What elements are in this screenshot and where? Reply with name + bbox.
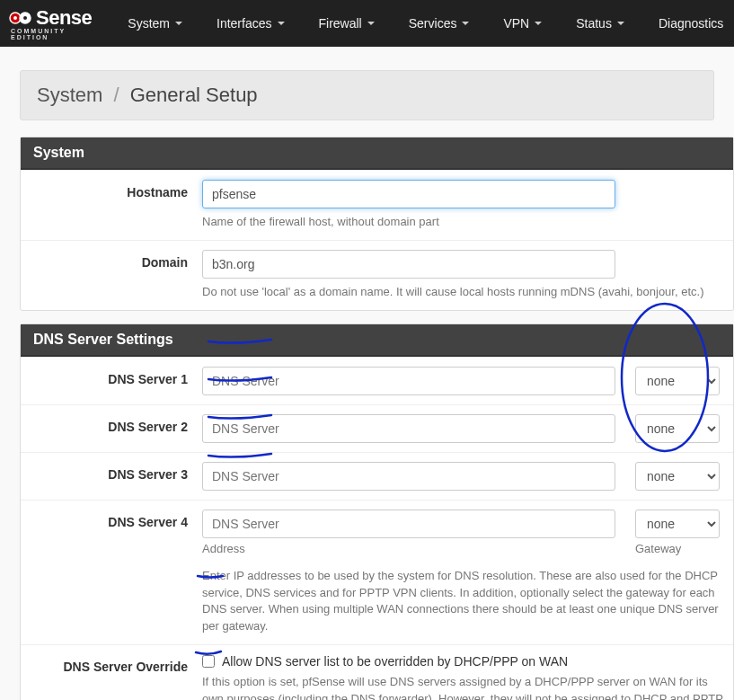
dns-override-help: If this option is set, pfSense will use … <box>202 674 724 700</box>
hostname-label: Hostname <box>21 180 200 199</box>
caret-icon <box>617 22 624 25</box>
nav-system[interactable]: System <box>113 9 197 38</box>
row-dns3: DNS Server 3 none <box>21 452 733 500</box>
breadcrumb-root[interactable]: System <box>37 84 102 106</box>
caret-icon <box>535 22 542 25</box>
dns-override-checkbox[interactable] <box>202 655 215 668</box>
row-dns4: DNS Server 4 none Address Gateway Enter … <box>21 500 733 644</box>
pfsense-logo-icon <box>9 10 34 26</box>
row-dns-override: DNS Server Override Allow DNS server lis… <box>21 644 733 700</box>
row-domain: Domain Do not use 'local' as a domain na… <box>21 240 733 310</box>
dns3-label: DNS Server 3 <box>21 462 200 482</box>
breadcrumb-current: General Setup <box>130 84 258 106</box>
panel-system-title: System <box>21 137 733 170</box>
panel-dns: DNS Server Settings DNS Server 1 none DN… <box>20 323 734 700</box>
hostname-help: Name of the firewall host, without domai… <box>202 214 724 231</box>
dns4-label: DNS Server 4 <box>21 509 200 529</box>
domain-help: Do not use 'local' as a domain name. It … <box>202 284 724 301</box>
svg-point-1 <box>13 16 17 20</box>
dns3-gateway[interactable]: none <box>635 462 720 491</box>
breadcrumb: System / General Setup <box>20 70 714 120</box>
nav-items: System Interfaces Firewall Services VPN … <box>113 9 734 38</box>
top-navbar: Sense COMMUNITY EDITION System Interface… <box>0 0 734 47</box>
dns3-input[interactable] <box>202 462 615 491</box>
row-dns2: DNS Server 2 none <box>21 404 733 452</box>
domain-input[interactable] <box>202 250 615 279</box>
row-hostname: Hostname Name of the firewall host, with… <box>21 170 733 240</box>
nav-interfaces[interactable]: Interfaces <box>202 9 298 38</box>
hostname-input[interactable] <box>202 180 615 208</box>
dns-col-gateway: Gateway <box>635 542 720 555</box>
domain-label: Domain <box>21 250 200 270</box>
svg-point-3 <box>23 16 27 20</box>
dns-col-address: Address <box>202 542 615 555</box>
dns2-label: DNS Server 2 <box>21 414 200 434</box>
breadcrumb-separator: / <box>113 84 119 106</box>
dns2-input[interactable] <box>202 414 615 443</box>
nav-firewall[interactable]: Firewall <box>305 9 389 38</box>
dns1-gateway[interactable]: none <box>635 367 720 395</box>
nav-status[interactable]: Status <box>562 9 639 38</box>
panel-system: System Hostname Name of the firewall hos… <box>20 137 734 311</box>
nav-diagnostics[interactable]: Diagnostics <box>644 9 734 38</box>
dns1-label: DNS Server 1 <box>21 367 200 386</box>
dns-help: Enter IP addresses to be used by the sys… <box>202 568 724 635</box>
dns-override-label: DNS Server Override <box>21 654 200 674</box>
dns-override-chk-label: Allow DNS server list to be overridden b… <box>222 654 568 669</box>
caret-icon <box>367 22 375 25</box>
caret-icon <box>278 22 285 25</box>
nav-services[interactable]: Services <box>394 9 484 38</box>
row-dns1: DNS Server 1 none <box>21 357 733 404</box>
nav-vpn[interactable]: VPN <box>489 9 556 38</box>
dns1-input[interactable] <box>202 367 615 395</box>
dns4-gateway[interactable]: none <box>635 509 720 538</box>
logo-subtitle: COMMUNITY EDITION <box>11 28 92 40</box>
logo[interactable]: Sense COMMUNITY EDITION <box>9 6 92 40</box>
caret-icon <box>175 22 182 25</box>
dns2-gateway[interactable]: none <box>635 414 720 443</box>
logo-text: Sense <box>36 6 92 30</box>
panel-dns-title: DNS Server Settings <box>21 324 733 357</box>
dns4-input[interactable] <box>202 509 615 538</box>
caret-icon <box>462 22 469 25</box>
